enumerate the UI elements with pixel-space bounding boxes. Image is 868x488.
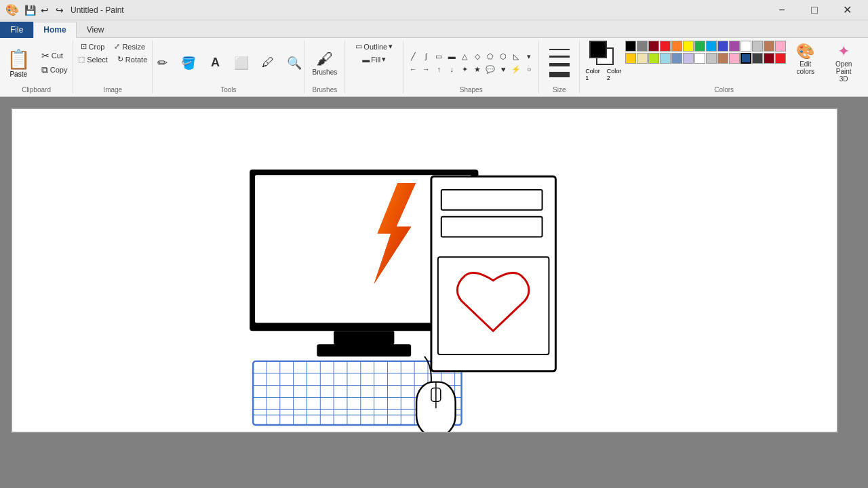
cut-button[interactable]: ✂ Cut <box>38 49 71 62</box>
swatch-black[interactable] <box>625 41 636 52</box>
swatch-selected-blue[interactable] <box>741 53 751 64</box>
tab-file[interactable]: File <box>0 22 33 38</box>
shape-rect[interactable]: ▭ <box>433 50 445 62</box>
open-paint3d-button[interactable]: ✦ Open Paint 3D <box>825 41 863 85</box>
fill-dropdown-icon: ▾ <box>382 55 386 64</box>
shapes-content: ╱ ∫ ▭ ▬ △ ◇ ⬠ ⬡ ◺ ▾ ← → ↑ ↓ ✦ ★ <box>407 41 535 85</box>
swatch-green[interactable] <box>694 41 705 52</box>
swatch-tan[interactable] <box>717 53 728 64</box>
swatch-gray[interactable] <box>637 41 648 52</box>
color2-label: Color2 <box>607 68 622 81</box>
color-swatches <box>625 41 786 64</box>
swatch-purple[interactable] <box>729 41 740 52</box>
shape-arrow-up[interactable]: ↑ <box>433 63 445 75</box>
swatch-blush[interactable] <box>729 53 740 64</box>
shape-diamond[interactable]: ◇ <box>471 50 484 62</box>
color1-swatch[interactable] <box>589 41 607 58</box>
canvas-area[interactable] <box>0 97 868 488</box>
size-6px[interactable] <box>549 72 570 77</box>
swatch-coral[interactable] <box>775 53 786 64</box>
tools-content: ✏ 🪣 A ⬜ 🖊 🔍 <box>150 41 307 85</box>
save-quick-button[interactable]: 💾 <box>23 3 37 17</box>
colors-label: Colors <box>714 86 734 94</box>
swatch-lavender[interactable] <box>683 53 694 64</box>
undo-quick-button[interactable]: ↩ <box>38 3 52 17</box>
picker-button[interactable]: 🖊 <box>256 54 280 72</box>
shape-arrow-right[interactable]: → <box>420 63 432 75</box>
swatch-blue[interactable] <box>706 41 717 52</box>
crop-button[interactable]: ⊡ Crop <box>77 41 108 52</box>
swatch-white[interactable] <box>741 41 751 52</box>
size-1px[interactable] <box>549 49 570 50</box>
monitor-stand-base <box>317 344 411 357</box>
shape-callout[interactable]: 💬 <box>484 63 496 75</box>
shape-pent[interactable]: ⬠ <box>484 50 496 62</box>
swatch-white2[interactable] <box>694 53 705 64</box>
rotate-button[interactable]: ↻ Rotate <box>114 54 151 65</box>
ribbon: File Home View 📋 Paste ✂ Cut ⧉ Copy <box>0 20 868 97</box>
text-button[interactable]: A <box>203 54 227 72</box>
eraser-button[interactable]: ⬜ <box>229 54 254 73</box>
swatch-steelblue[interactable] <box>671 53 682 64</box>
copy-button[interactable]: ⧉ Copy <box>38 63 71 77</box>
swatch-orange[interactable] <box>671 41 682 52</box>
magnifier-button[interactable]: 🔍 <box>282 54 307 73</box>
tower-lower <box>438 257 549 354</box>
shape-rect2[interactable]: ▬ <box>446 50 458 62</box>
shape-more[interactable]: ▾ <box>523 50 535 62</box>
shape-star4[interactable]: ✦ <box>458 63 471 75</box>
paste-button[interactable]: 📋 Paste <box>2 46 35 80</box>
paint-canvas[interactable] <box>11 108 838 433</box>
select-icon: ⬚ <box>78 55 85 64</box>
shape-line[interactable]: ╱ <box>407 50 419 62</box>
swatch-maroon[interactable] <box>764 53 774 64</box>
swatch-lightblue[interactable] <box>660 53 671 64</box>
outline-icon: ▭ <box>355 42 362 51</box>
size-4px[interactable] <box>549 63 570 66</box>
tab-view[interactable]: View <box>77 22 115 38</box>
shape-curve[interactable]: ∫ <box>420 50 432 62</box>
swatch-goldenrod[interactable] <box>625 53 636 64</box>
swatch-cream[interactable] <box>637 53 648 64</box>
swatch-charcoal[interactable] <box>752 53 763 64</box>
shape-right-tri[interactable]: ◺ <box>510 50 522 62</box>
outline-button[interactable]: ▭ Outline ▾ <box>352 41 396 52</box>
edit-colors-button[interactable]: 🎨 Edit colors <box>790 41 821 77</box>
window-controls: − □ ✕ <box>766 0 863 20</box>
fill-color-button[interactable]: ▬ Fill ▾ <box>359 54 389 65</box>
shape-hex[interactable]: ⬡ <box>497 50 509 62</box>
shape-arrow-down[interactable]: ↓ <box>446 63 458 75</box>
minimize-button[interactable]: − <box>766 0 797 20</box>
pencil-button[interactable]: ✏ <box>150 54 174 73</box>
copy-icon: ⧉ <box>41 64 48 76</box>
cut-label: Cut <box>52 52 63 60</box>
shape-heart[interactable]: ♥ <box>497 63 509 75</box>
maximize-button[interactable]: □ <box>799 0 830 20</box>
swatch-pink[interactable] <box>775 41 786 52</box>
tools-group: ✏ 🪣 A ⬜ 🖊 🔍 <box>153 41 304 94</box>
swatch-red[interactable] <box>660 41 671 52</box>
shape-lightning[interactable]: ⚡ <box>510 63 522 75</box>
size-2px[interactable] <box>549 56 570 58</box>
swatch-yellow[interactable] <box>683 41 694 52</box>
tab-home[interactable]: Home <box>33 22 76 38</box>
swatch-lime[interactable] <box>648 53 659 64</box>
shape-star5[interactable]: ★ <box>471 63 484 75</box>
fill-button[interactable]: 🪣 <box>176 54 201 73</box>
color-row-2 <box>625 53 786 64</box>
shape-oval[interactable]: ○ <box>523 63 535 75</box>
swatch-lightgray[interactable] <box>752 41 763 52</box>
shape-arrow-left[interactable]: ← <box>407 63 419 75</box>
swatch-indigo[interactable] <box>717 41 728 52</box>
close-button[interactable]: ✕ <box>831 0 863 20</box>
eraser-icon: ⬜ <box>234 56 249 70</box>
resize-button[interactable]: ⤢ Resize <box>111 41 149 52</box>
swatch-silver[interactable] <box>706 53 717 64</box>
shape-tri[interactable]: △ <box>458 50 471 62</box>
swatch-darkred[interactable] <box>648 41 659 52</box>
swatch-brown[interactable] <box>764 41 774 52</box>
main-content: ◀ ▶ <box>0 97 868 488</box>
brushes-button[interactable]: 🖌 Brushes <box>309 47 341 78</box>
redo-quick-button[interactable]: ↪ <box>53 3 66 17</box>
select-button[interactable]: ⬚ Select <box>75 54 111 65</box>
